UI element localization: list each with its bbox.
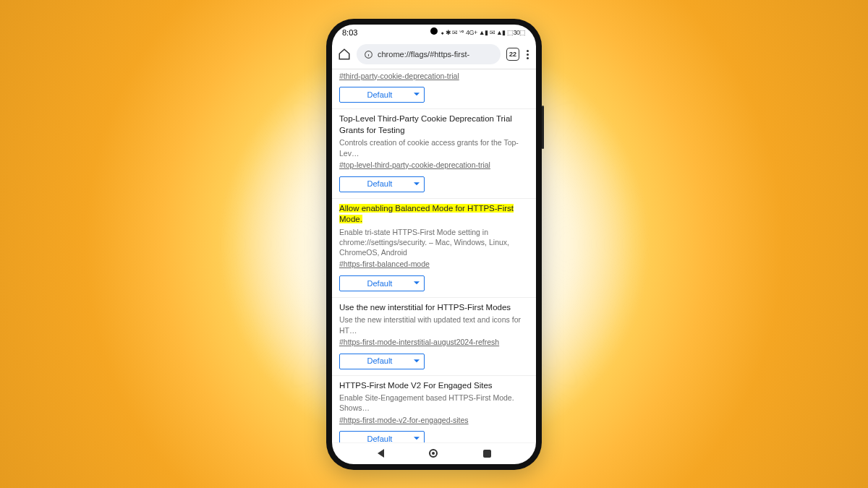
flag-item: Top-Level Third-Party Cookie Deprecation… bbox=[332, 109, 536, 198]
flag-item: #third-party-cookie-deprecation-trialDef… bbox=[332, 69, 536, 110]
flag-anchor-link[interactable]: #https-first-balanced-mode bbox=[339, 259, 430, 269]
flag-anchor-link[interactable]: #third-party-cookie-deprecation-trial bbox=[339, 71, 459, 81]
kebab-menu-icon[interactable] bbox=[525, 48, 530, 61]
status-bar: 8:03 ⬥ ✱ ✉ ᵛᵒ 4G+ ▲▮ ✉ ▲▮ ⬚30⬚ bbox=[332, 25, 536, 40]
status-time: 8:03 bbox=[342, 28, 357, 37]
flag-dropdown[interactable]: Default bbox=[339, 176, 425, 192]
info-icon bbox=[364, 50, 373, 59]
flag-anchor-link[interactable]: #https-first-mode-interstitial-august202… bbox=[339, 337, 499, 347]
tab-count-value: 22 bbox=[509, 51, 516, 58]
url-text: chrome://flags/#https-first- bbox=[378, 50, 469, 59]
flags-content[interactable]: #third-party-cookie-deprecation-trialDef… bbox=[332, 69, 536, 442]
flag-description: Enable Site-Engagement based HTTPS-First… bbox=[339, 393, 529, 413]
browser-toolbar: chrome://flags/#https-first- 22 bbox=[332, 40, 536, 69]
flag-dropdown[interactable]: Default bbox=[339, 354, 425, 369]
url-bar[interactable]: chrome://flags/#https-first- bbox=[357, 44, 501, 64]
nav-back-icon[interactable] bbox=[378, 449, 384, 458]
flag-description: Use the new interstitial with updated te… bbox=[339, 314, 529, 335]
phone-frame: 8:03 ⬥ ✱ ✉ ᵛᵒ 4G+ ▲▮ ✉ ▲▮ ⬚30⬚ chrome://… bbox=[326, 19, 542, 470]
status-icon-cluster: ⬥ ✱ ✉ ᵛᵒ 4G+ ▲▮ ✉ ▲▮ ⬚30⬚ bbox=[441, 29, 526, 36]
status-icons: ⬥ ✱ ✉ ᵛᵒ 4G+ ▲▮ ✉ ▲▮ ⬚30⬚ bbox=[441, 29, 526, 36]
flag-item: Allow enabling Balanced Mode for HTTPS-F… bbox=[332, 199, 536, 298]
flag-dropdown[interactable]: Default bbox=[339, 275, 425, 291]
flag-title: HTTPS-First Mode V2 For Engaged Sites bbox=[339, 380, 529, 392]
home-icon[interactable] bbox=[338, 48, 351, 61]
flag-dropdown[interactable]: Default bbox=[339, 87, 425, 103]
flag-dropdown[interactable]: Default bbox=[339, 431, 425, 442]
flag-title: Use the new interstitial for HTTPS-First… bbox=[339, 302, 529, 314]
flag-title: Allow enabling Balanced Mode for HTTPS-F… bbox=[339, 203, 529, 226]
nav-home-icon[interactable] bbox=[429, 449, 438, 458]
phone-screen: 8:03 ⬥ ✱ ✉ ᵛᵒ 4G+ ▲▮ ✉ ▲▮ ⬚30⬚ chrome://… bbox=[332, 25, 536, 464]
flag-item: HTTPS-First Mode V2 For Engaged SitesEna… bbox=[332, 376, 536, 442]
flag-item: Use the new interstitial for HTTPS-First… bbox=[332, 298, 536, 376]
tab-switcher[interactable]: 22 bbox=[506, 48, 519, 61]
flag-anchor-link[interactable]: #https-first-mode-v2-for-engaged-sites bbox=[339, 415, 469, 425]
android-nav-bar bbox=[332, 442, 536, 464]
nav-recent-icon[interactable] bbox=[483, 450, 491, 458]
flag-description: Enable tri-state HTTPS-First Mode settin… bbox=[339, 227, 529, 258]
flag-title: Top-Level Third-Party Cookie Deprecation… bbox=[339, 114, 529, 136]
flag-anchor-link[interactable]: #top-level-third-party-cookie-deprecatio… bbox=[339, 160, 490, 170]
flag-description: Controls creation of cookie access grant… bbox=[339, 137, 529, 158]
